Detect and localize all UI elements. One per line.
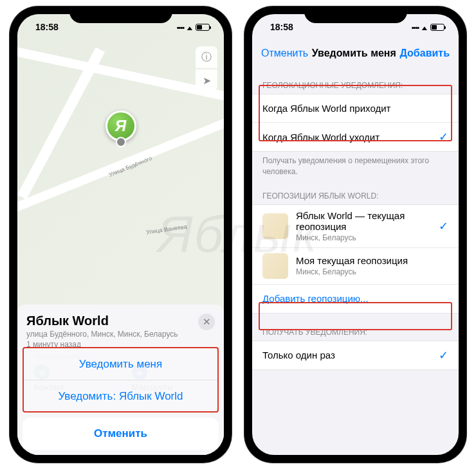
card-title: Яблык World bbox=[26, 314, 178, 328]
notch bbox=[304, 6, 407, 23]
nav-title: Уведомить меня bbox=[312, 48, 396, 59]
card-time: 1 минуту назад bbox=[26, 340, 178, 349]
battery-icon bbox=[430, 24, 444, 31]
card-address: улица Будённого, Минск, Минск, Беларусь bbox=[26, 330, 178, 339]
nav-add[interactable]: Добавить bbox=[400, 48, 450, 59]
location-current-mine[interactable]: Моя текущая геопозиция Минск, Беларусь bbox=[252, 248, 459, 285]
close-button[interactable]: ✕ bbox=[198, 314, 215, 330]
status-time: 18:58 bbox=[35, 22, 59, 32]
signal-icon bbox=[177, 22, 184, 32]
phone-left: Улица Будённого Улица Ванеева Я 18:58 ⓘ … bbox=[10, 6, 232, 463]
screen-left: Улица Будённого Улица Ванеева Я 18:58 ⓘ … bbox=[17, 14, 224, 455]
map-thumb-icon bbox=[262, 213, 288, 239]
map-thumb-icon bbox=[262, 253, 288, 279]
signal-icon bbox=[412, 22, 419, 32]
section-footer: Получать уведомления о перемещениях этог… bbox=[252, 152, 459, 177]
location-current-other[interactable]: Яблык World — текущая геопозиция Минск, … bbox=[252, 205, 459, 248]
status-icons bbox=[412, 22, 444, 32]
section-header: ПОЛУЧАТЬ УВЕДОМЛЕНИЯ: bbox=[252, 314, 459, 341]
road-label: Улица Ванеева bbox=[146, 224, 188, 236]
action-sheet: Уведомить меня Уведомить: Яблык World От… bbox=[23, 348, 219, 450]
checkmark-icon: ✓ bbox=[439, 348, 448, 362]
map-controls: ⓘ ➤ bbox=[196, 46, 217, 91]
wifi-icon bbox=[421, 22, 428, 32]
road bbox=[17, 46, 224, 108]
nav-cancel[interactable]: Отменить bbox=[261, 48, 308, 59]
settings-list: ГЕОЛОКАЦИОННЫЕ УВЕДОМЛЕНИЯ: Когда Яблык … bbox=[252, 67, 459, 455]
wifi-icon bbox=[187, 22, 193, 32]
notch bbox=[69, 6, 172, 23]
locate-button[interactable]: ➤ bbox=[196, 69, 217, 91]
nav-bar: Отменить Уведомить меня Добавить bbox=[252, 40, 459, 67]
option-arrive[interactable]: Когда Яблык World приходит bbox=[252, 94, 459, 123]
notify-me-button[interactable]: Уведомить меня bbox=[23, 348, 219, 380]
location-pin[interactable]: Я bbox=[105, 111, 136, 141]
add-location-button[interactable]: Добавить геопозицию... bbox=[252, 285, 459, 313]
frequency-once[interactable]: Только один раз ✓ bbox=[252, 341, 459, 369]
checkmark-icon: ✓ bbox=[439, 219, 448, 233]
info-button[interactable]: ⓘ bbox=[196, 46, 217, 68]
option-leave[interactable]: Когда Яблык World уходит ✓ bbox=[252, 123, 459, 151]
checkmark-icon: ✓ bbox=[439, 130, 448, 144]
section-header: ГЕОЛОКАЦИОННЫЕ УВЕДОМЛЕНИЯ: bbox=[252, 67, 459, 94]
phone-right: 18:58 Отменить Уведомить меня Добавить Г… bbox=[244, 6, 466, 463]
section-header: ГЕОПОЗИЦИИ ЯБЛЫК WORLD: bbox=[252, 177, 459, 204]
status-time: 18:58 bbox=[270, 22, 293, 32]
battery-icon bbox=[196, 24, 210, 31]
status-icons bbox=[177, 22, 210, 32]
cancel-button[interactable]: Отменить bbox=[23, 418, 219, 450]
screen-right: 18:58 Отменить Уведомить меня Добавить Г… bbox=[252, 14, 459, 455]
notify-other-button[interactable]: Уведомить: Яблык World bbox=[23, 380, 219, 413]
